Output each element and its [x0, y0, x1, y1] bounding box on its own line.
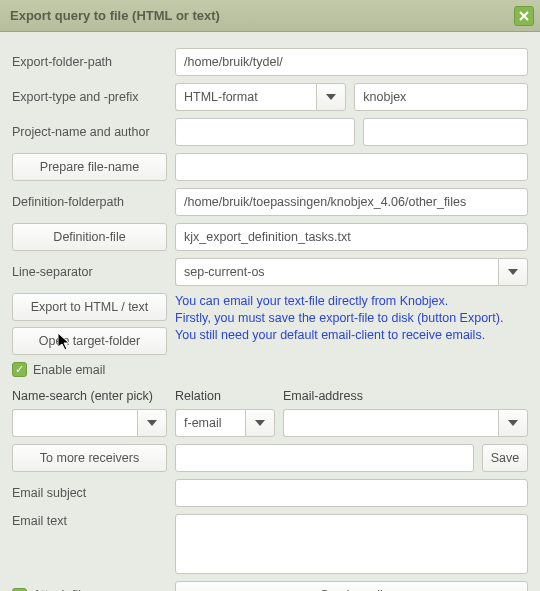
label-line-separator: Line-separator	[12, 265, 167, 279]
email-address-input[interactable]	[283, 409, 498, 437]
export-type-select[interactable]	[175, 83, 316, 111]
prepare-filename-button[interactable]: Prepare file-name	[12, 153, 167, 181]
chevron-down-icon	[508, 269, 518, 275]
save-button[interactable]: Save	[482, 444, 528, 472]
chevron-down-icon	[326, 94, 336, 100]
relation-select[interactable]	[175, 409, 245, 437]
name-search-dropdown-button[interactable]	[137, 409, 167, 437]
line-separator-select[interactable]	[175, 258, 498, 286]
name-search-input[interactable]	[12, 409, 137, 437]
hint-line-3: You still need your default email-client…	[175, 327, 528, 344]
project-name-input[interactable]	[175, 118, 355, 146]
hint-line-1: You can email your text-file directly fr…	[175, 293, 528, 310]
enable-email-label: Enable email	[33, 363, 105, 377]
open-target-folder-button[interactable]: Open target-folder	[12, 327, 167, 355]
window-title: Export query to file (HTML or text)	[10, 8, 514, 23]
close-icon	[519, 11, 529, 21]
label-relation: Relation	[175, 389, 275, 403]
enable-email-checkbox[interactable]: ✓	[12, 362, 27, 377]
export-folder-path-input[interactable]	[175, 48, 528, 76]
chevron-down-icon	[508, 420, 518, 426]
chevron-down-icon	[147, 420, 157, 426]
label-name-search: Name-search (enter pick)	[12, 389, 167, 403]
author-input[interactable]	[363, 118, 528, 146]
definition-file-button[interactable]: Definition-file	[12, 223, 167, 251]
label-export-folder-path: Export-folder-path	[12, 55, 167, 69]
line-separator-dropdown-button[interactable]	[498, 258, 528, 286]
label-email-text: Email text	[12, 514, 167, 528]
relation-dropdown-button[interactable]	[245, 409, 275, 437]
label-definition-folderpath: Definition-folderpath	[12, 195, 167, 209]
to-more-receivers-button[interactable]: To more receivers	[12, 444, 167, 472]
close-button[interactable]	[514, 6, 534, 26]
export-type-dropdown-button[interactable]	[316, 83, 346, 111]
email-subject-input[interactable]	[175, 479, 528, 507]
hint-line-2: Firstly, you must save the export-file t…	[175, 310, 528, 327]
more-receivers-input[interactable]	[175, 444, 474, 472]
export-prefix-input[interactable]	[354, 83, 528, 111]
label-project-name-author: Project-name and author	[12, 125, 167, 139]
label-export-type-prefix: Export-type and -prefix	[12, 90, 167, 104]
label-email-address: Email-address	[283, 389, 528, 403]
definition-file-input[interactable]	[175, 223, 528, 251]
attach-file-checkbox[interactable]: ✓	[12, 588, 27, 592]
email-text-input[interactable]	[175, 514, 528, 574]
definition-folderpath-input[interactable]	[175, 188, 528, 216]
email-address-dropdown-button[interactable]	[498, 409, 528, 437]
export-html-text-button[interactable]: Export to HTML / text	[12, 293, 167, 321]
send-email-button[interactable]: Send email	[175, 581, 528, 591]
chevron-down-icon	[255, 420, 265, 426]
filename-input[interactable]	[175, 153, 528, 181]
window-titlebar: Export query to file (HTML or text)	[0, 0, 540, 32]
email-hint: You can email your text-file directly fr…	[175, 293, 528, 344]
label-email-subject: Email subject	[12, 486, 167, 500]
